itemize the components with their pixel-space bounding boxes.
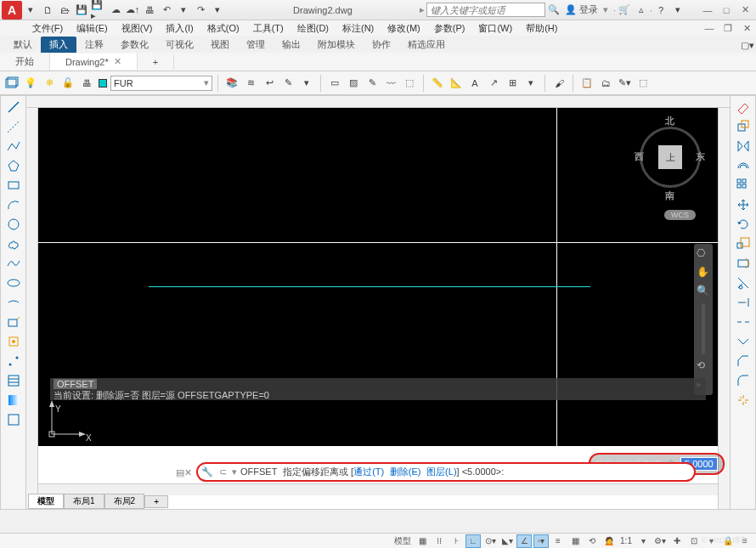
ribbon-tab-view[interactable]: 视图 — [202, 37, 238, 53]
viewcube[interactable]: 北 南 西 东 上 — [636, 115, 704, 200]
gradient-tool[interactable] — [3, 391, 24, 410]
layer-prev-icon[interactable]: ↩ — [262, 76, 277, 91]
ellipse-tool[interactable] — [3, 274, 24, 292]
circle-tool[interactable] — [3, 215, 24, 234]
login-link[interactable]: 登录 — [579, 3, 598, 16]
palette-icon[interactable]: ✎▾ — [617, 76, 632, 91]
boundary-icon[interactable]: ✎ — [364, 76, 380, 91]
nav-zoom-slider[interactable] — [702, 303, 705, 354]
login-drop-icon[interactable]: ▾ — [603, 4, 608, 15]
ribbon-tab-default[interactable]: 默认 — [5, 37, 41, 53]
help-drop-icon[interactable]: ▾ — [670, 3, 685, 18]
drop1-icon[interactable]: ▾ — [299, 76, 314, 91]
viewcube-top-face[interactable]: 上 — [658, 145, 682, 169]
wcs-badge[interactable]: WCS — [664, 210, 696, 220]
menu-format[interactable]: 格式(O) — [200, 22, 246, 35]
table-icon[interactable]: ⊞ — [505, 76, 520, 91]
group-icon[interactable]: ⬚ — [635, 76, 651, 91]
new-icon[interactable]: 🗋 — [40, 3, 55, 18]
annotation-monitor-icon[interactable]: ✚ — [669, 534, 685, 548]
nav-zoom-icon[interactable]: 🔍 — [697, 285, 710, 298]
menu-insert[interactable]: 插入(I) — [159, 22, 200, 35]
ribbon-tab-insert[interactable]: 插入 — [41, 37, 76, 53]
layer-properties-icon[interactable] — [4, 76, 20, 91]
save-icon[interactable]: 💾 — [74, 3, 89, 18]
iso-toggle[interactable]: ◣▾ — [499, 534, 515, 548]
qat-dropdown-icon[interactable]: ▾ — [23, 3, 38, 18]
menu-edit[interactable]: 编辑(E) — [70, 22, 115, 35]
stretch-tool[interactable] — [733, 254, 753, 273]
grid-toggle[interactable]: ▦ — [415, 534, 430, 548]
compass-w[interactable]: 西 — [635, 150, 644, 163]
minimize-button[interactable]: — — [700, 4, 715, 16]
sheet-icon[interactable]: 🗂 — [598, 76, 613, 91]
tab-layout1[interactable]: 布局1 — [64, 494, 104, 509]
menu-tools[interactable]: 工具(T) — [246, 22, 291, 35]
erase-tool[interactable] — [733, 98, 753, 116]
app-store-icon[interactable]: ▵ — [634, 3, 649, 18]
snap-toggle[interactable]: ⁞⁞ — [432, 534, 447, 548]
web-open-icon[interactable]: ☁ — [108, 3, 123, 18]
doc-minimize-button[interactable]: — — [702, 22, 717, 34]
join-tool[interactable] — [733, 332, 753, 351]
leader-icon[interactable]: ↗ — [486, 76, 501, 91]
layer-match-icon[interactable]: ✎ — [280, 76, 296, 91]
scale-tool[interactable] — [733, 234, 753, 253]
saveas-icon[interactable]: 💾▸ — [91, 3, 106, 18]
tab-drawing2[interactable]: Drawing2* ✕ — [50, 54, 138, 70]
chamfer-tool[interactable] — [733, 352, 753, 370]
hatch-icon[interactable]: ▨ — [346, 76, 361, 91]
cart-icon[interactable]: 🛒 — [617, 3, 632, 18]
nav-pan-icon[interactable]: ✋ — [697, 266, 710, 280]
redo-icon[interactable]: ↷ — [193, 3, 208, 18]
layer-iso-icon[interactable]: ≋ — [243, 76, 258, 91]
arc-tool[interactable] — [3, 195, 24, 214]
block-insert-icon[interactable]: ▭ — [327, 76, 342, 91]
menu-dimension[interactable]: 标注(N) — [336, 22, 381, 35]
app-logo[interactable]: A — [2, 1, 22, 20]
menu-window[interactable]: 窗口(W) — [471, 22, 519, 35]
maximize-button[interactable]: □ — [719, 4, 734, 16]
point-tool[interactable] — [3, 352, 24, 370]
line-tool[interactable] — [3, 98, 24, 116]
ribbon-tab-parametric[interactable]: 参数化 — [112, 37, 157, 53]
doc-close-button[interactable]: ✕ — [739, 22, 754, 34]
ribbon-tab-manage[interactable]: 管理 — [238, 37, 274, 53]
user-icon[interactable]: 👤 — [563, 3, 578, 18]
tab-layout2[interactable]: 布局2 — [104, 494, 145, 509]
scale-combo[interactable]: 1:1 — [618, 534, 634, 548]
cycling-toggle[interactable]: ⟲ — [584, 534, 600, 548]
tab-add-button[interactable]: + — [138, 54, 174, 70]
region-icon[interactable]: 〰 — [383, 76, 398, 91]
scale-drop-icon[interactable]: ▾ — [635, 534, 651, 548]
menu-draw[interactable]: 绘图(D) — [291, 22, 336, 35]
ribbon-tab-express[interactable]: 精选应用 — [399, 37, 454, 53]
infer-toggle[interactable]: ⊦ — [449, 534, 464, 548]
construction-line-tool[interactable] — [3, 117, 24, 136]
plot-icon[interactable]: 🖶 — [142, 3, 157, 18]
extend-tool[interactable] — [733, 293, 753, 312]
ortho-toggle[interactable]: ∟ — [465, 534, 481, 548]
doc-restore-button[interactable]: ❐ — [720, 22, 736, 34]
lineweight-toggle[interactable]: ≡ — [550, 534, 566, 548]
wipeout-icon[interactable]: ⬚ — [402, 76, 417, 91]
dim-linear-icon[interactable]: 📏 — [430, 76, 445, 91]
break-tool[interactable] — [733, 313, 753, 331]
nav-orbit-icon[interactable]: ⟲ — [697, 359, 710, 373]
ribbon-collapse-icon[interactable]: ▢▾ — [740, 37, 755, 53]
make-block-tool[interactable] — [3, 332, 24, 351]
ribbon-tab-output[interactable]: 输出 — [274, 37, 309, 53]
transparency-toggle[interactable]: ▦ — [567, 534, 583, 548]
model-viewport[interactable]: 北 南 西 东 上 WCS ⎔ ✋ 🔍 ⟲ ▸ — [38, 108, 718, 446]
props-icon[interactable]: 📋 — [579, 76, 595, 91]
search-icon[interactable]: 🔍 — [546, 3, 561, 18]
region-tool[interactable] — [3, 410, 24, 429]
layer-color-swatch[interactable] — [99, 79, 107, 88]
osnap-toggle[interactable]: ∠ — [516, 534, 532, 548]
menu-file[interactable]: 文件(F) — [25, 22, 70, 35]
tab-layout-add[interactable]: + — [144, 495, 168, 508]
help-search-input[interactable] — [426, 3, 545, 17]
cmdline-close-icon[interactable]: ▤✕ — [176, 467, 192, 478]
mirror-tool[interactable] — [733, 137, 753, 155]
annotation-toggle[interactable]: 🙍 — [601, 534, 617, 548]
